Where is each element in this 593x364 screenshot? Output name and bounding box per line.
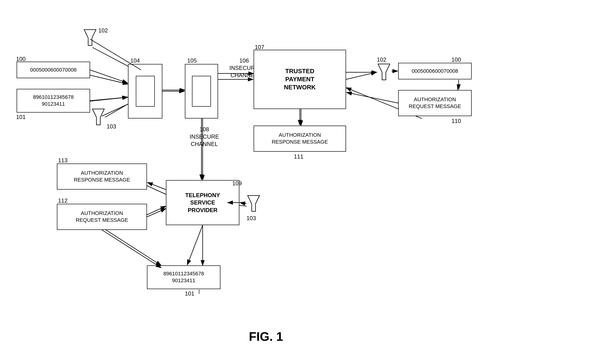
telephony-provider-text: TELEPHONY SERVICE PROVIDER (185, 191, 220, 214)
account-box-bottom: 89610112345678 90123411 (147, 265, 221, 289)
auth-response-right-text: AUTHORIZATION RESPONSE MESSAGE (272, 132, 328, 145)
funnel-103-right (247, 194, 261, 213)
ref-100-left: 100 (16, 56, 26, 62)
auth-response-left-text: AUTHORIZATION RESPONSE MESSAGE (74, 170, 130, 183)
ref-101-left: 101 (16, 114, 26, 120)
ref-113: 113 (58, 157, 68, 164)
ref-101-bottom: 101 (185, 290, 194, 297)
figure-title: FIG. 1 (249, 329, 283, 344)
auth-request-right-box: AUTHORIZATION REQUEST MESSAGE (398, 90, 472, 116)
ref-108: 108 (200, 126, 209, 132)
ref-105: 105 (187, 57, 197, 64)
funnel-103-icon (91, 108, 105, 127)
ref-100-right: 100 (451, 56, 461, 63)
device-box-105 (185, 64, 218, 118)
ref-107: 107 (255, 44, 264, 51)
ref-111: 111 (294, 153, 303, 160)
auth-request-right-text: AUTHORIZATION REQUEST MESSAGE (409, 96, 461, 110)
svg-marker-20 (378, 64, 390, 80)
funnel-icon (83, 28, 97, 47)
account-box-left: 89610112345678 90123411 (17, 89, 90, 113)
telephony-provider-box: TELEPHONY SERVICE PROVIDER (166, 180, 239, 225)
pan-right-text: 0005000600070008 (412, 68, 458, 75)
svg-marker-18 (84, 30, 96, 46)
funnel-103-right-icon (247, 194, 261, 213)
pan-left-text: 0005000600070008 (30, 67, 77, 73)
account-left-text: 89610112345678 90123411 (33, 94, 73, 107)
ref-103-right: 103 (247, 215, 256, 221)
diagram: 102 0005000600070008 100 89610112345678 … (0, 0, 593, 364)
ref-106: 106 (239, 57, 249, 64)
ref-102-topleft: 102 (98, 27, 108, 34)
ref-103-left: 103 (107, 123, 116, 130)
funnel-102-right (377, 63, 391, 82)
auth-request-left-text: AUTHORIZATION REQUEST MESSAGE (76, 210, 128, 223)
auth-request-left-box: AUTHORIZATION REQUEST MESSAGE (57, 204, 147, 230)
funnel-102-topleft (83, 28, 97, 47)
trusted-network-box: TRUSTED PAYMENT NETWORK (254, 50, 346, 109)
ref-109: 109 (232, 180, 242, 187)
device-box-104 (128, 64, 162, 118)
auth-response-left-box: AUTHORIZATION RESPONSE MESSAGE (57, 163, 147, 190)
ref-104: 104 (130, 57, 140, 64)
ref-112: 112 (58, 197, 68, 204)
pan-box-right: 0005000600070008 (398, 63, 472, 79)
insecure-channel-108-label: 108 INSECURE CHANNEL (190, 126, 219, 148)
auth-response-right-box: AUTHORIZATION RESPONSE MESSAGE (254, 126, 346, 152)
funnel-102-right-icon (377, 63, 391, 82)
ref-110: 110 (451, 118, 461, 124)
svg-marker-19 (92, 109, 104, 125)
account-bottom-text: 89610112345678 90123411 (163, 270, 204, 284)
insecure-channel-108-text: INSECURE CHANNEL (190, 133, 219, 147)
ref-102-right: 102 (377, 56, 386, 63)
funnel-103-left (91, 108, 105, 127)
trusted-network-text: TRUSTED PAYMENT NETWORK (284, 67, 316, 91)
pan-box-left: 0005000600070008 (17, 62, 90, 78)
svg-marker-21 (248, 195, 260, 211)
